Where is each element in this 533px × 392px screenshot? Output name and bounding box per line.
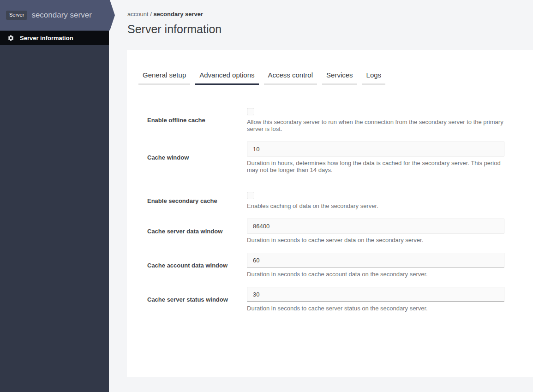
field-label: Enable offline cache	[138, 117, 247, 124]
tab-access-control[interactable]: Access control	[264, 71, 317, 85]
breadcrumb: account / secondary server	[127, 11, 533, 18]
field-control: Duration in seconds to cache account dat…	[247, 253, 504, 278]
server-name: secondary server	[31, 11, 91, 20]
breadcrumb-separator: /	[149, 11, 154, 18]
help-text: Duration in seconds to cache account dat…	[247, 271, 504, 278]
field-control: Duration in seconds to cache server stat…	[247, 287, 504, 312]
settings-card: General setup Advanced options Access co…	[127, 50, 533, 377]
page-title: Server information	[127, 23, 533, 36]
sidebar: Server secondary server Server informati…	[0, 0, 109, 392]
field-row-cache-window: Cache window Duration in hours, determin…	[138, 142, 504, 173]
tab-advanced-options[interactable]: Advanced options	[195, 71, 258, 85]
field-control: Enables caching of data on the secondary…	[247, 192, 504, 209]
help-text: Enables caching of data on the secondary…	[247, 202, 504, 209]
enable-secondary-cache-checkbox[interactable]	[247, 192, 254, 199]
page-header: account / secondary server Server inform…	[109, 0, 533, 36]
field-row-cache-server-data-window: Cache server data window Duration in sec…	[138, 219, 504, 244]
sidebar-item-label: Server information	[20, 35, 73, 42]
field-label: Cache account data window	[138, 262, 247, 269]
cache-server-data-window-input[interactable]	[247, 219, 504, 233]
field-row-cache-server-status-window: Cache server status window Duration in s…	[138, 287, 504, 312]
field-control: Duration in hours, determines how long t…	[247, 142, 504, 173]
tabs: General setup Advanced options Access co…	[138, 71, 504, 85]
main-content: account / secondary server Server inform…	[109, 0, 533, 392]
sidebar-item-server-information[interactable]: Server information	[0, 31, 109, 45]
help-text: Allow this secondary server to run when …	[247, 119, 504, 132]
gear-icon	[7, 35, 14, 42]
field-label: Cache window	[138, 154, 247, 161]
tab-services[interactable]: Services	[322, 71, 357, 85]
help-text: Duration in seconds to cache server stat…	[247, 305, 504, 312]
enable-offline-cache-checkbox[interactable]	[247, 108, 254, 115]
tab-logs[interactable]: Logs	[362, 71, 386, 85]
field-label: Cache server data window	[138, 228, 247, 235]
help-text: Duration in seconds to cache server data…	[247, 237, 504, 244]
cache-window-input[interactable]	[247, 142, 504, 156]
help-text: Duration in hours, determines how long t…	[247, 160, 504, 173]
field-label: Enable secondary cache	[138, 197, 247, 204]
field-control: Allow this secondary server to run when …	[247, 108, 504, 132]
field-row-enable-offline-cache: Enable offline cache Allow this secondar…	[138, 108, 504, 132]
field-row-cache-account-data-window: Cache account data window Duration in se…	[138, 253, 504, 278]
advanced-options-form: Enable offline cache Allow this secondar…	[138, 108, 504, 312]
breadcrumb-account-link[interactable]: account	[127, 11, 149, 18]
field-row-enable-secondary-cache: Enable secondary cache Enables caching o…	[138, 192, 504, 209]
cache-server-status-window-input[interactable]	[247, 287, 504, 302]
breadcrumb-current: secondary server	[153, 11, 203, 18]
cache-account-data-window-input[interactable]	[247, 253, 504, 267]
tab-general-setup[interactable]: General setup	[138, 71, 190, 85]
sidebar-header-ribbon: Server secondary server	[0, 0, 115, 30]
field-control: Duration in seconds to cache server data…	[247, 219, 504, 244]
server-type-badge: Server	[6, 11, 27, 20]
field-label: Cache server status window	[138, 296, 247, 303]
